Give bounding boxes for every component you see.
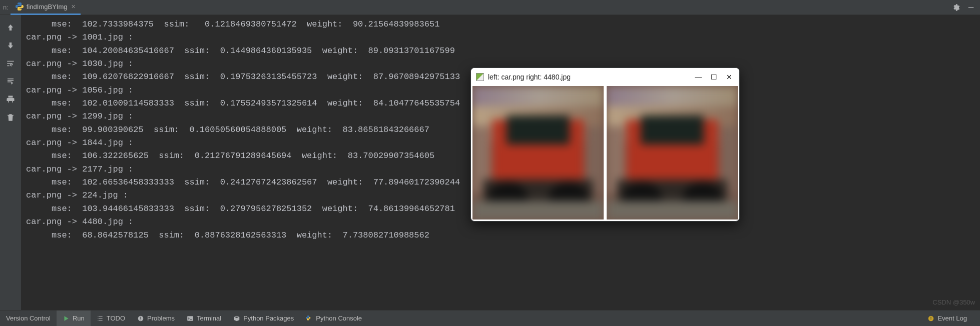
run-prefix: n: [3,4,9,11]
svg-rect-4 [187,316,193,320]
svg-rect-3 [140,320,141,320]
event-log-icon [927,315,934,322]
list-icon [97,315,104,322]
bottom-console[interactable]: Python Console [300,310,368,326]
print-icon[interactable] [5,94,16,105]
right-image [607,86,738,220]
bottom-run-label: Run [73,314,85,322]
bottom-bar: Version Control Run TODO Problems Termin… [0,310,980,326]
tab-area: n: findImgBYImg × [0,0,81,15]
popup-title: left: car.png right: 4480.jpg [488,73,571,81]
up-arrow-icon[interactable] [5,22,16,33]
bottom-run[interactable]: Run [57,310,91,326]
svg-rect-7 [931,319,931,320]
bottom-todo[interactable]: TODO [91,310,131,326]
bottom-event-log[interactable]: Event Log [921,310,973,326]
window-minimize-icon[interactable]: — [695,73,702,81]
top-right-controls [952,4,975,12]
close-icon[interactable]: × [72,2,76,10]
side-toolbar [0,15,21,310]
gear-icon[interactable] [952,4,960,12]
svg-rect-0 [968,7,974,8]
bottom-version-control[interactable]: Version Control [0,310,57,326]
wrap-icon[interactable] [5,58,16,69]
tab-findimgbyimg[interactable]: findImgBYImg × [11,0,81,15]
bottom-problems-label: Problems [147,314,175,322]
svg-rect-6 [931,316,931,318]
bottom-vc-label: Version Control [6,314,51,322]
bottom-console-label: Python Console [316,314,362,322]
top-bar: n: findImgBYImg × [0,0,980,15]
left-image [472,86,604,220]
window-maximize-icon[interactable]: ☐ [711,73,717,81]
bottom-terminal[interactable]: Terminal [181,310,227,326]
bottom-packages-label: Python Packages [243,314,294,322]
packages-icon [233,315,240,322]
trash-icon[interactable] [5,112,16,123]
tab-label: findImgBYImg [27,3,68,10]
bottom-todo-label: TODO [107,314,125,322]
down-arrow-icon[interactable] [5,40,16,51]
event-log-label: Event Log [937,314,967,322]
window-close-icon[interactable]: ✕ [726,73,732,81]
bottom-terminal-label: Terminal [197,314,221,322]
python-console-icon [306,315,313,322]
play-icon [63,315,70,322]
app-icon [476,73,484,81]
popup-titlebar[interactable]: left: car.png right: 4480.jpg — ☐ ✕ [471,68,739,86]
scroll-icon[interactable] [5,76,16,87]
bottom-left: Version Control Run TODO Problems Termin… [0,310,368,326]
python-icon [16,2,24,10]
svg-rect-2 [140,316,141,319]
image-compare-window[interactable]: left: car.png right: 4480.jpg — ☐ ✕ [470,68,740,222]
bottom-packages[interactable]: Python Packages [227,310,300,326]
minimize-icon[interactable] [967,4,975,12]
popup-body [471,86,739,221]
bottom-problems[interactable]: Problems [131,310,181,326]
watermark: CSDN @350w [932,298,975,306]
bottom-right: Event Log [921,310,973,326]
window-controls: — ☐ ✕ [695,73,732,81]
warning-icon [137,315,144,322]
terminal-icon [187,315,194,322]
